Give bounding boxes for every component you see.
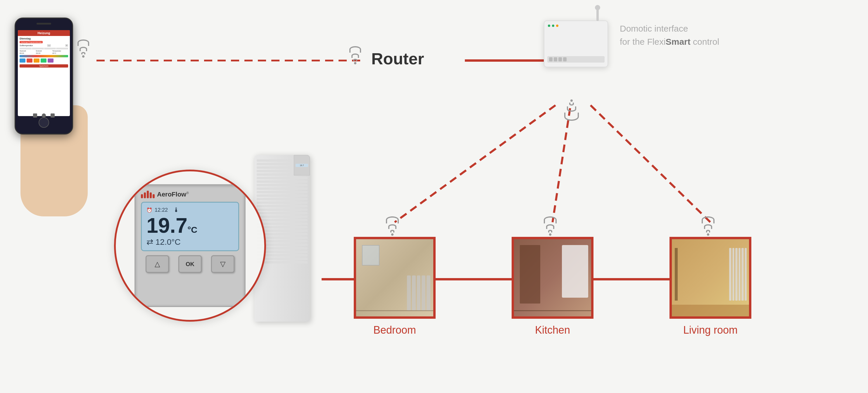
wifi-dot (354, 62, 356, 64)
wifi-dot (707, 233, 709, 236)
phone-speaker (36, 23, 51, 25)
rad-fin-5 (427, 275, 430, 310)
wifi-signal-phone (78, 39, 89, 58)
interface-to-kitchen-dashed (553, 108, 570, 222)
aeroflow-circle-container: AeroFlow® ⏰ 12:22 🌡 19.7 °C ⇄ 12.0 (114, 170, 266, 322)
bedroom-wifi-signal (386, 216, 399, 236)
wifi-dot (391, 233, 394, 236)
phone-home-nav-btn[interactable] (42, 114, 46, 118)
panel-logo-row: AeroFlow® (141, 191, 239, 198)
phone-wifi-signal (78, 39, 89, 58)
interface-to-livingroom-dashed (591, 105, 710, 222)
rad-fin-2 (412, 275, 416, 310)
phone-nav-dots (33, 114, 55, 118)
router-led-3 (556, 25, 558, 27)
panel-down-btn[interactable]: ▽ (211, 255, 235, 273)
wifi-arc-outer (544, 216, 557, 223)
rad-fin-1 (729, 248, 732, 301)
wifi-arc-outer (702, 216, 714, 223)
phone-home-button[interactable] (39, 117, 49, 128)
phone-app-header: Heizung (18, 30, 70, 36)
phone-plus-btn[interactable]: + (65, 44, 68, 47)
interface-wifi-down (564, 99, 579, 121)
wifi-arc-middle (704, 224, 712, 229)
heater-display: 19.7 (296, 164, 308, 167)
kitchen-wifi-signal (544, 216, 557, 236)
flame-bar-1 (141, 194, 143, 198)
phone-body: Heizung Dienstag Vorherge Programmierung… (14, 18, 73, 134)
wifi-arc-outer (78, 39, 89, 46)
flame-bars-icon (141, 191, 155, 198)
phone-save-btn[interactable]: Speichern (20, 64, 68, 67)
phone-back-btn[interactable] (33, 114, 37, 118)
phone-setpoint-label: Solltemperatur (20, 44, 33, 47)
wifi-arc-middle (80, 47, 87, 51)
living-room-image (672, 239, 749, 316)
wifi-dot (82, 55, 85, 58)
wifi-signal-bedroom (386, 216, 399, 236)
phone-prev-prog-btn[interactable]: Vorherge Programmierung (20, 41, 43, 43)
rad-fin-5 (741, 248, 744, 301)
router-antenna (596, 6, 599, 21)
panel-ok-btn[interactable]: OK (178, 255, 202, 273)
rad-fin-4 (739, 248, 741, 301)
screen-temp-main: 19.7 (147, 215, 187, 236)
router-device (544, 6, 608, 67)
phone-minus-btn[interactable]: — (47, 44, 51, 47)
panel-trademark: ® (186, 191, 189, 195)
kitchen-box (512, 237, 593, 319)
flame-bar-4 (150, 192, 152, 198)
schedule-bar (20, 55, 68, 57)
router-leds (548, 25, 558, 27)
panel-screen: ⏰ 12:22 🌡 19.7 °C ⇄ 12.0°C (141, 202, 239, 251)
wifi-arc-outer (564, 113, 579, 121)
phone-col-temp: Temperatur (52, 50, 68, 52)
phone-col-start: Startzeit (20, 50, 35, 52)
panel-buttons-row: △ OK ▽ (141, 255, 239, 273)
rad-fin-4 (422, 275, 425, 310)
phone-temp-val: 20°C (52, 52, 68, 54)
router-wifi-signal-left (349, 46, 361, 64)
router-label: Router (371, 49, 424, 68)
phone-icon-2 (27, 59, 32, 63)
living-floor (672, 305, 749, 316)
living-radiator (729, 248, 747, 301)
bedroom-radiator (407, 275, 430, 310)
rad-fin-2 (732, 248, 735, 301)
rad-fin-6 (745, 248, 747, 301)
panel-up-btn[interactable]: △ (146, 255, 169, 273)
screen-thermometer-icon: 🌡 (173, 206, 180, 214)
router-port-3 (558, 57, 562, 61)
phone-app-content: Dienstag Vorherge Programmierung Solltem… (18, 36, 70, 69)
screen-top-row: ⏰ 12:22 🌡 (147, 206, 234, 214)
smartphone: Heizung Dienstag Vorherge Programmierung… (9, 18, 108, 216)
phone-recent-btn[interactable] (51, 114, 55, 118)
kitchen-image (514, 239, 591, 316)
rad-fin-3 (735, 248, 738, 301)
screen-setpoint-value: 12.0°C (156, 237, 181, 246)
router-port-4 (563, 57, 566, 61)
wifi-arc-middle (388, 224, 397, 229)
router-led-1 (548, 25, 550, 27)
main-diagram: Heizung Dienstag Vorherge Programmierung… (0, 0, 868, 393)
aeroflow-circle: AeroFlow® ⏰ 12:22 🌡 19.7 °C ⇄ 12.0 (114, 170, 266, 322)
flame-bar-2 (144, 192, 146, 198)
living-door-hint (675, 248, 678, 301)
router-port-1 (549, 57, 553, 61)
kitchen-door (520, 245, 540, 304)
phone-icons-row (20, 59, 68, 63)
wifi-arc-middle (567, 107, 576, 112)
panel-brand-name: AeroFlow® (157, 191, 189, 198)
wifi-dot (549, 233, 551, 236)
wifi-arc-inner (548, 230, 552, 233)
rad-fin-1 (407, 275, 411, 310)
screen-temp-unit: °C (187, 225, 197, 234)
phone-icon-1 (20, 59, 25, 63)
router-ports (547, 56, 604, 63)
wifi-arc-inner (81, 52, 85, 54)
screen-time-display: 12:22 (155, 207, 168, 213)
phone-end-val: 09:00 (36, 52, 52, 54)
router-port-2 (554, 57, 557, 61)
living-room-box (670, 237, 751, 319)
wifi-arc-outer (386, 216, 399, 223)
